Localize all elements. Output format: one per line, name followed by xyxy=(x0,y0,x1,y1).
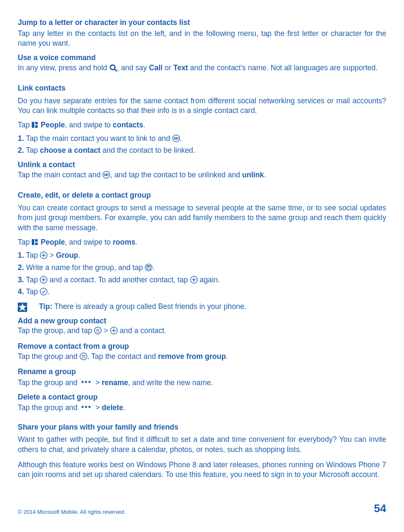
heading-link-contacts: Link contacts xyxy=(18,83,386,94)
step-group-3: 3. Tap and a contact. To add another con… xyxy=(18,275,386,287)
para-create-group-intro: You can create contact groups to send a … xyxy=(18,203,386,233)
heading-create-group: Create, edit, or delete a contact group xyxy=(18,190,386,201)
heading-rename-group: Rename a group xyxy=(18,367,386,377)
page-number: 54 xyxy=(374,501,386,516)
ellipsis-icon: ••• xyxy=(80,402,93,412)
link-icon xyxy=(102,171,110,182)
para-link-contacts-intro: Do you have separate entries for the sam… xyxy=(18,96,386,116)
plus-icon xyxy=(40,276,47,287)
heading-unlink-contact: Unlink a contact xyxy=(18,160,386,170)
check-icon xyxy=(40,288,47,298)
para-share-plans-1: Want to gather with people, but find it … xyxy=(18,435,386,455)
tip-star-icon xyxy=(18,303,27,312)
para-rename-group: Tap the group and ••• > rename, and writ… xyxy=(18,377,386,388)
people-tile-icon xyxy=(32,122,38,128)
heading-voice-command: Use a voice command xyxy=(18,53,386,63)
save-icon xyxy=(145,264,152,274)
heading-remove-from-group: Remove a contact from a group xyxy=(18,342,386,352)
people-tile-icon xyxy=(32,239,38,245)
para-remove-from-group: Tap the group and . Tap the contact and … xyxy=(18,352,386,363)
tip-text: Tip: There is already a group called Bes… xyxy=(33,302,246,312)
para-add-group-contact: Tap the group, and tap > and a contact. xyxy=(18,326,386,337)
para-jump-to-letter: Tap any letter in the contacts list on t… xyxy=(18,29,386,49)
ellipsis-icon: ••• xyxy=(80,377,93,387)
step-link-1: 1. Tap the main contact you want to link… xyxy=(18,134,386,145)
heading-share-plans: Share your plans with your family and fr… xyxy=(18,422,386,433)
link-icon xyxy=(172,135,180,145)
copyright-text: © 2014 Microsoft Mobile. All rights rese… xyxy=(18,508,126,516)
para-create-group-tap: Tap People, and swipe to rooms. xyxy=(18,237,386,248)
plus-icon xyxy=(110,327,118,337)
plus-icon xyxy=(40,251,47,262)
para-link-contacts-tap: Tap People, and swipe to contacts. xyxy=(18,120,386,130)
plus-icon xyxy=(190,276,198,287)
step-group-1: 1. Tap > Group. xyxy=(18,251,386,262)
search-icon xyxy=(109,64,117,74)
heading-add-group-contact: Add a new group contact xyxy=(18,316,386,326)
people-icon xyxy=(80,353,87,363)
para-voice-command: In any view, press and hold , and say Ca… xyxy=(18,63,386,74)
step-group-2: 2. Write a name for the group, and tap . xyxy=(18,263,386,274)
heading-delete-group: Delete a contact group xyxy=(18,392,386,402)
step-link-2: 2. Tap choose a contact and the contact … xyxy=(18,146,386,156)
tip-row: Tip: There is already a group called Bes… xyxy=(18,302,386,312)
para-unlink-contact: Tap the main contact and , and tap the c… xyxy=(18,170,386,182)
para-share-plans-2: Although this feature works best on Wind… xyxy=(18,460,386,480)
para-delete-group: Tap the group and ••• > delete. xyxy=(18,402,386,413)
step-group-4: 4. Tap . xyxy=(18,287,386,298)
heading-jump-to-letter: Jump to a letter or character in your co… xyxy=(18,18,386,28)
people-icon xyxy=(94,327,102,337)
